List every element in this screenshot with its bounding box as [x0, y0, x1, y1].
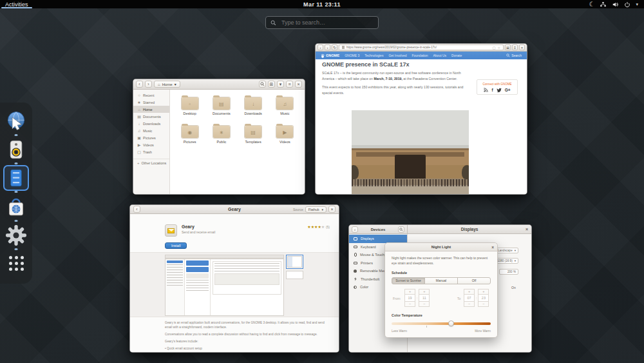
screenshot-thumbnail[interactable] [286, 271, 303, 279]
gnome-logo[interactable]: GNOME [321, 54, 339, 58]
decrement-button[interactable]: − [464, 301, 475, 307]
forward-button[interactable]: › [145, 81, 152, 88]
folder-music[interactable]: ♫Music [269, 95, 301, 123]
sidebar-item-trash[interactable]: ▢Trash [133, 148, 169, 155]
close-button[interactable]: × [491, 245, 494, 250]
software-window[interactable]: ‹ Geary Source Flathub ▾ × Geary Send an… [129, 204, 339, 353]
folder-downloads[interactable]: ↓Downloads [238, 95, 269, 123]
web-browser-window[interactable]: ‹ › ↻ https://www.gnome.org/news/2019/02… [315, 43, 527, 195]
nav-donate[interactable]: Donate [451, 54, 462, 57]
templates-emblem-icon: ▤ [251, 129, 256, 135]
folder-icon: ↓ [245, 97, 261, 110]
nav-foundation[interactable]: Foundation [412, 54, 428, 57]
google-plus-icon[interactable]: G+ [505, 88, 511, 92]
sidebar-item-displays[interactable]: Displays [349, 235, 407, 243]
settings-window[interactable]: ‹ Devices Displays × Displays Keyboard M… [348, 224, 532, 353]
slider-handle[interactable] [448, 320, 454, 326]
install-button[interactable]: Install [165, 242, 187, 249]
menu-button[interactable]: ≡ [286, 81, 293, 88]
sidebar-item-recent[interactable]: ○Recent [133, 92, 169, 99]
increment-button[interactable]: + [404, 289, 415, 295]
forward-button[interactable]: › [325, 44, 330, 50]
increment-button[interactable]: + [419, 289, 430, 295]
increment-button[interactable]: + [478, 289, 489, 295]
dash-item-web[interactable] [3, 108, 29, 134]
folder-templates[interactable]: ▤Templates [238, 123, 269, 152]
dash-item-software[interactable] [3, 194, 29, 220]
facebook-icon[interactable]: f [491, 88, 493, 92]
reader-mode-icon[interactable]: ▢ [493, 46, 496, 50]
sidebar-item-starred[interactable]: ★Starred [133, 99, 169, 106]
app-screenshot[interactable] [165, 255, 284, 316]
sidebar-item-videos[interactable]: ▶Videos [133, 141, 169, 148]
option-sunset-to-sunrise[interactable]: Sunset to Sunrise [392, 277, 425, 284]
view-toggle-button[interactable]: ⊞ [268, 81, 275, 88]
photo-entrance [395, 155, 425, 179]
menu-button[interactable]: ≡ [512, 44, 518, 50]
reload-button[interactable]: ↻ [332, 44, 337, 50]
to-hours-spinner: + 07 − [464, 289, 475, 307]
path-bar[interactable]: ⌂ Home ▾ [154, 81, 180, 88]
decrement-button[interactable]: − [478, 301, 489, 307]
night-light-icon: ☾ [589, 1, 595, 8]
dash-item-files[interactable] [3, 165, 29, 191]
url-bar[interactable]: https://www.gnome.org/news/2019/02/gnome… [339, 44, 504, 50]
nav-about-us[interactable]: About Us [433, 54, 447, 57]
increment-button[interactable]: + [464, 289, 475, 295]
connect-title: Connect with GNOME [479, 83, 515, 86]
site-search[interactable]: Search [506, 54, 522, 57]
source-dropdown[interactable]: Flathub ▾ [305, 206, 327, 213]
photo-tree [352, 165, 359, 179]
back-button[interactable]: ‹ [352, 226, 358, 233]
folder-public[interactable]: ∗Public [205, 123, 237, 152]
search-button[interactable] [398, 226, 404, 233]
search-button[interactable] [259, 81, 266, 88]
rss-icon[interactable] [484, 88, 488, 92]
view-options-button[interactable]: ▾ [277, 81, 284, 88]
folder-desktop[interactable]: ▫Desktop [174, 95, 205, 123]
sidebar-item-home[interactable]: ⌂Home [133, 106, 169, 113]
new-tab-button[interactable]: ⊞ [505, 44, 511, 50]
option-off[interactable]: Off [457, 277, 491, 284]
settings-gear-icon [6, 225, 26, 246]
dash-item-settings[interactable] [3, 222, 29, 248]
activities-button[interactable]: Activities [0, 0, 33, 8]
back-button[interactable]: ‹ [317, 44, 323, 50]
nav-technologies[interactable]: Technologies [365, 54, 383, 57]
folder-videos[interactable]: ▶Videos [269, 123, 301, 152]
sidebar-item-pictures[interactable]: ▣Pictures [133, 134, 169, 141]
back-button[interactable]: ‹ [136, 81, 143, 88]
overview-search[interactable] [265, 16, 379, 29]
screenshot-thumbnail-selected[interactable] [286, 255, 303, 269]
files-window[interactable]: ‹ › ⌂ Home ▾ ⊞ ▾ ≡ × ○Recent ★Starred ⌂H… [133, 79, 305, 195]
bookmark-star-icon[interactable]: ☆ [498, 46, 500, 50]
slider-track[interactable] [392, 322, 491, 325]
decrement-button[interactable]: − [404, 301, 415, 307]
back-button[interactable]: ‹ [133, 206, 140, 213]
close-button[interactable]: × [328, 206, 336, 213]
scale-value-box[interactable]: 200 % [499, 269, 518, 275]
section-title: Devices [360, 228, 396, 231]
folder-pictures[interactable]: ◉Pictures [174, 123, 205, 152]
system-status-area[interactable]: ☾ ▾ [589, 0, 644, 8]
twitter-icon[interactable] [497, 88, 502, 92]
dash-item-rhythmbox[interactable] [3, 137, 29, 162]
clock[interactable]: Mar 11 23:11 [303, 1, 341, 8]
sidebar-item-downloads[interactable]: ↓Downloads [133, 120, 169, 127]
desktop-emblem-icon: ▫ [189, 101, 191, 106]
decrement-button[interactable]: − [419, 301, 430, 307]
folder-documents[interactable]: ▤Documents [205, 95, 237, 123]
documents-emblem-icon: ▤ [219, 101, 224, 106]
sidebar-item-documents[interactable]: ▤Documents [133, 113, 169, 120]
sidebar-item-music[interactable]: ♫Music [133, 127, 169, 134]
search-input[interactable] [280, 19, 374, 26]
close-button[interactable]: × [295, 81, 302, 88]
sidebar-item-other-locations[interactable]: +Other Locations [133, 159, 169, 166]
option-manual[interactable]: Manual [424, 277, 458, 284]
nav-gnome3[interactable]: GNOME 3 [345, 54, 359, 57]
close-button[interactable]: × [519, 44, 525, 50]
display-icon [354, 237, 357, 240]
dash-item-app-grid[interactable] [3, 251, 29, 277]
nav-get-involved[interactable]: Get Involved [388, 54, 406, 57]
close-button[interactable]: × [526, 227, 528, 231]
